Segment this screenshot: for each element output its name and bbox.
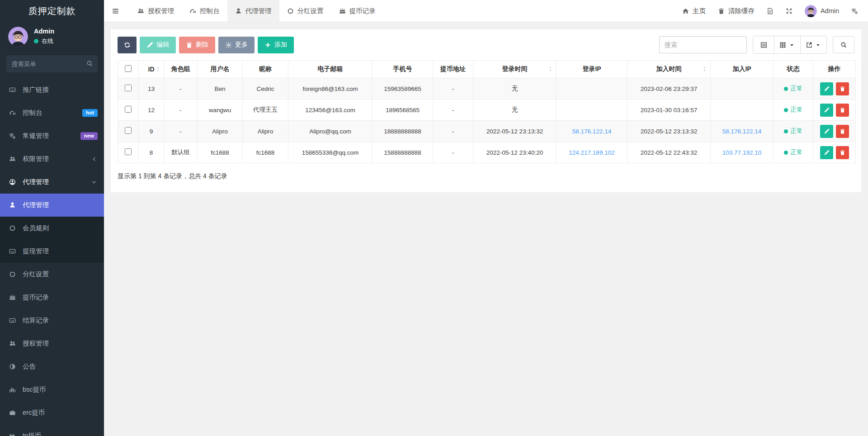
- sidebar-item-10[interactable]: cs结算记录: [0, 309, 104, 332]
- edit-row-button[interactable]: [820, 82, 833, 95]
- pencil-icon: [146, 42, 153, 48]
- cell-group: -: [164, 121, 198, 142]
- more-button[interactable]: 更多: [218, 37, 255, 53]
- sidebar-item-13[interactable]: bsc提币: [0, 378, 104, 401]
- tab-label: 提币记录: [349, 7, 376, 15]
- cell-id: 9: [139, 121, 164, 142]
- export-button[interactable]: [800, 36, 826, 53]
- cell-join_ip: [711, 100, 774, 121]
- sort-icon: [155, 66, 161, 72]
- sidebar-item-3[interactable]: 权限管理: [0, 147, 104, 171]
- cell-username: Ben: [198, 78, 243, 100]
- column-label: 登录时间: [502, 65, 528, 72]
- column-label: 状态: [787, 65, 800, 72]
- delete-row-button[interactable]: [836, 104, 849, 117]
- user-icon: [235, 8, 242, 14]
- column-label: 提币地址: [440, 65, 466, 72]
- circle-icon: [8, 225, 17, 232]
- home-link[interactable]: 主页: [682, 7, 706, 15]
- select-all-checkbox[interactable]: [125, 65, 132, 72]
- tab-1[interactable]: 控制台: [182, 0, 227, 22]
- cell-login_time: 2022-05-12 23:40:20: [473, 142, 557, 163]
- sidebar-item-9[interactable]: 提币记录: [0, 286, 104, 309]
- trash-icon: [840, 128, 845, 134]
- delete-row-button[interactable]: [836, 146, 849, 159]
- clear-cache-link[interactable]: 清除缓存: [718, 7, 755, 15]
- sidebar-item-label: 推广链接: [23, 85, 49, 94]
- language-button[interactable]: [767, 8, 774, 14]
- row-checkbox[interactable]: [125, 106, 132, 113]
- circle-icon: [287, 8, 294, 14]
- edit-row-button[interactable]: [820, 125, 833, 138]
- status-dot: [784, 87, 788, 91]
- tab-2[interactable]: 代理管理: [227, 0, 279, 22]
- row-select-cell: [118, 78, 139, 100]
- column-header-3: 用户名: [198, 61, 243, 78]
- column-header-8[interactable]: 登录时间: [473, 61, 557, 78]
- cell-address: -: [433, 100, 473, 121]
- row-checkbox[interactable]: [125, 148, 132, 155]
- trash-icon: [186, 42, 193, 48]
- tab-4[interactable]: 提币记录: [331, 0, 383, 22]
- sidebar-item-7[interactable]: cc提现管理: [0, 240, 104, 263]
- refresh-button[interactable]: [118, 37, 137, 53]
- row-checkbox[interactable]: [125, 85, 132, 91]
- columns-button[interactable]: [774, 36, 800, 53]
- agents-table: ID角色组用户名昵称电子邮箱手机号提币地址登录时间登录IP加入时间加入IP状态操…: [118, 60, 856, 163]
- sidebar-item-14[interactable]: erc提币: [0, 401, 104, 424]
- sidebar-item-label: 结算记录: [23, 316, 49, 325]
- cell-login_ip[interactable]: 124.217.189.102: [557, 142, 627, 163]
- home-icon: [682, 8, 689, 14]
- sidebar-search-input[interactable]: [6, 55, 98, 72]
- cell-operations: [813, 100, 856, 121]
- table-search-input[interactable]: [659, 36, 747, 53]
- sidebar-search: [6, 55, 98, 72]
- settings-button[interactable]: [851, 8, 858, 14]
- edit-button[interactable]: 编辑: [140, 37, 176, 53]
- toggle-view-button[interactable]: [753, 36, 774, 53]
- cs-icon: cs: [8, 317, 17, 324]
- button-label: 删除: [196, 41, 208, 49]
- menu-toggle-icon[interactable]: [104, 0, 127, 22]
- export-icon: [806, 42, 812, 48]
- sidebar-item-12[interactable]: 公告: [0, 355, 104, 378]
- tab-0[interactable]: 授权管理: [130, 0, 182, 22]
- search-button[interactable]: [833, 36, 854, 53]
- user-name: Admin: [34, 28, 54, 35]
- cell-email: 123456@163.com: [288, 100, 373, 121]
- sidebar-item-6[interactable]: 会员规则: [0, 217, 104, 240]
- column-header-4: 昵称: [243, 61, 288, 78]
- cake-icon: [8, 294, 17, 301]
- user-menu[interactable]: Admin: [805, 5, 839, 17]
- cell-join_ip[interactable]: 103.77.192.10: [711, 142, 774, 163]
- fullscreen-button[interactable]: [786, 8, 793, 14]
- column-header-10[interactable]: 加入时间: [627, 61, 711, 78]
- edit-row-button[interactable]: [820, 146, 833, 159]
- column-label: 加入时间: [656, 65, 682, 72]
- delete-button[interactable]: 删除: [179, 37, 215, 53]
- sidebar-item-0[interactable]: cs推广链接: [0, 78, 104, 101]
- sidebar-item-8[interactable]: 分红设置: [0, 263, 104, 286]
- row-select-cell: [118, 142, 139, 163]
- sidebar-item-5[interactable]: 代理管理: [0, 194, 104, 217]
- users-icon: [137, 8, 144, 14]
- sidebar-item-1[interactable]: 控制台hot: [0, 101, 104, 124]
- sidebar-item-11[interactable]: 授权管理: [0, 332, 104, 355]
- edit-row-button[interactable]: [820, 104, 833, 117]
- tab-3[interactable]: 分红设置: [279, 0, 331, 22]
- column-header-1[interactable]: ID: [139, 61, 164, 78]
- delete-row-button[interactable]: [836, 125, 849, 138]
- sidebar-item-15[interactable]: tp提币: [0, 424, 104, 436]
- cell-join_ip[interactable]: 58.176.122.14: [711, 121, 774, 142]
- column-header-6: 手机号: [373, 61, 433, 78]
- row-checkbox[interactable]: [125, 127, 132, 134]
- cell-username: Alipro: [198, 121, 243, 142]
- delete-row-button[interactable]: [836, 82, 849, 95]
- add-button[interactable]: 添加: [258, 37, 294, 53]
- dashboard-icon: [8, 109, 17, 116]
- briefcase-icon: [8, 409, 17, 416]
- sidebar-item-4[interactable]: 代理管理: [0, 171, 104, 194]
- cc-icon: cc: [8, 248, 17, 255]
- sidebar-item-2[interactable]: 常规管理new: [0, 124, 104, 147]
- cell-login_ip[interactable]: 58.176.122.14: [557, 121, 627, 142]
